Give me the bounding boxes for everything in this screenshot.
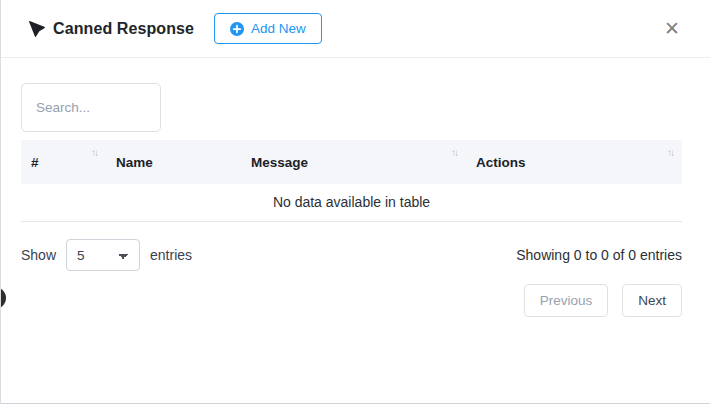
next-page-button[interactable]: Next (622, 284, 682, 317)
table-header-row: # ↑↓ Name Message ↑↓ Actions ↑↓ (21, 140, 682, 184)
empty-state-row: No data available in table (21, 184, 682, 222)
page-length-control: Show 5 entries (21, 239, 192, 271)
column-label: Message (251, 155, 308, 170)
modal-title-wrap: Canned Response (29, 20, 194, 38)
empty-state-text: No data available in table (21, 184, 682, 222)
search-input[interactable] (21, 83, 161, 132)
column-header-number[interactable]: # ↑↓ (21, 140, 106, 184)
canned-response-modal: Canned Response Add New ✕ # ↑↓ (0, 0, 710, 404)
entries-label: entries (150, 247, 192, 263)
add-new-label: Add New (251, 21, 306, 36)
column-label: Name (116, 155, 153, 170)
sort-icon: ↑↓ (667, 147, 673, 158)
page-length-select[interactable]: 5 (66, 239, 140, 271)
send-icon (29, 21, 45, 37)
column-header-name[interactable]: Name (106, 140, 241, 184)
column-label: Actions (476, 155, 526, 170)
column-header-actions[interactable]: Actions ↑↓ (466, 140, 682, 184)
close-icon[interactable]: ✕ (660, 17, 684, 40)
sort-icon: ↑↓ (451, 147, 457, 158)
canned-response-table: # ↑↓ Name Message ↑↓ Actions ↑↓ (21, 140, 682, 222)
column-header-message[interactable]: Message ↑↓ (241, 140, 466, 184)
add-new-button[interactable]: Add New (214, 13, 322, 44)
modal-header: Canned Response Add New ✕ (1, 0, 710, 58)
modal-title: Canned Response (53, 20, 194, 38)
modal-body: # ↑↓ Name Message ↑↓ Actions ↑↓ (1, 58, 710, 317)
showing-info: Showing 0 to 0 of 0 entries (516, 247, 682, 263)
column-label: # (31, 155, 39, 170)
previous-page-button[interactable]: Previous (524, 284, 609, 317)
plus-circle-icon (230, 22, 244, 36)
sort-icon: ↑↓ (91, 147, 97, 158)
table-footer: Show 5 entries Showing 0 to 0 of 0 entri… (21, 239, 682, 271)
show-label: Show (21, 247, 56, 263)
pagination: Previous Next (21, 284, 682, 317)
